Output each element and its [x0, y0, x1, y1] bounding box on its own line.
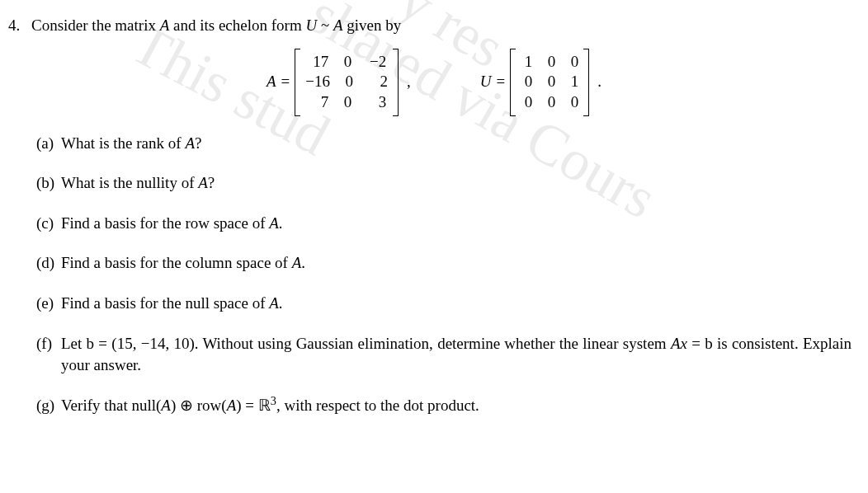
matrix-U: 1 0 0 0 0 1 0 0 0 — [510, 49, 589, 116]
sub-label: (g) — [36, 395, 61, 417]
text: . — [279, 294, 283, 312]
var: A — [269, 294, 279, 312]
var-U: U — [305, 16, 317, 34]
text: Find a basis for the column space of — [61, 254, 292, 271]
bracket-icon — [295, 49, 300, 116]
cell: 0 — [544, 52, 555, 73]
text: Let — [61, 335, 87, 352]
problem-number: 4. — [8, 15, 31, 37]
text: = — [687, 335, 705, 352]
var: A — [227, 397, 237, 414]
sub-label: (a) — [36, 133, 61, 155]
sub-label: (f) — [36, 333, 61, 377]
var-A: A — [160, 16, 170, 34]
text: ~ — [317, 16, 333, 34]
matrix-A: 17 0 −2 −16 0 2 7 0 3 — [295, 49, 399, 116]
matrix-display: A = 17 0 −2 −16 0 2 7 0 3 , U = — [8, 49, 860, 116]
cell: 0 — [521, 92, 532, 113]
text: What is the rank of — [61, 134, 185, 152]
separator: , — [407, 71, 411, 93]
sub-e: (e) Find a basis for the null space of A… — [36, 293, 860, 315]
var-b: b — [705, 335, 713, 352]
text: ) = — [236, 397, 258, 414]
text: Consider the matrix — [31, 16, 160, 34]
text: , with respect to the dot product. — [276, 397, 479, 414]
bracket-icon — [510, 49, 516, 116]
var: A — [161, 397, 171, 414]
bracket-icon — [393, 49, 399, 116]
var: A — [292, 254, 302, 271]
cell: 0 — [521, 72, 532, 92]
bracket-icon — [583, 49, 589, 116]
cell: 0 — [342, 72, 353, 92]
cell: −2 — [363, 52, 386, 73]
text: ) ⊕ row( — [171, 397, 227, 414]
period: . — [597, 71, 601, 93]
sub-b: (b) What is the nullity of A? — [36, 172, 860, 195]
sub-d: (d) Find a basis for the column space of… — [36, 252, 860, 275]
text: Find a basis for the null space of — [61, 294, 269, 312]
text: Verify that null( — [61, 397, 161, 414]
problem-intro: 4. Consider the matrix A and its echelon… — [8, 15, 860, 37]
cell: −16 — [305, 72, 330, 92]
matrix-label-U: U — [480, 71, 492, 93]
cell: 2 — [365, 72, 388, 92]
var: A — [269, 214, 279, 232]
sub-g: (g) Verify that null(A) ⊕ row(A) = ℝ3, w… — [36, 395, 860, 417]
var-A: A — [333, 16, 343, 34]
sub-label: (c) — [36, 213, 61, 235]
text: Find a basis for the row space of — [61, 214, 269, 232]
cell: 1 — [567, 72, 578, 92]
equals: = — [281, 71, 290, 93]
cell: 0 — [567, 92, 578, 113]
var-Ax: Ax — [671, 335, 687, 352]
var: A — [185, 134, 195, 152]
sub-a: (a) What is the rank of A? — [36, 133, 860, 155]
var-b: b — [87, 335, 95, 352]
sub-f: (f) Let b = (15, −14, 10). Without using… — [36, 333, 860, 377]
text: ? — [195, 134, 201, 152]
sub-label: (d) — [36, 252, 61, 275]
real-symbol: ℝ — [258, 397, 271, 414]
cell: 0 — [567, 52, 578, 73]
cell: 0 — [544, 72, 555, 92]
var: A — [198, 174, 208, 191]
matrix-label-A: A — [267, 71, 276, 93]
text: . — [301, 254, 305, 271]
text: = (15, −14, 10). Without using Gaussian … — [94, 335, 671, 352]
cell: 3 — [363, 92, 386, 113]
sub-label: (e) — [36, 293, 61, 315]
cell: 7 — [305, 92, 328, 113]
text: . — [279, 214, 283, 232]
sub-label: (b) — [36, 172, 61, 195]
cell: 17 — [305, 52, 328, 73]
text: and its echelon form — [169, 16, 305, 34]
cell: 0 — [340, 92, 351, 113]
cell: 1 — [521, 52, 532, 73]
text: given by — [343, 16, 402, 34]
problem-statement: Consider the matrix A and its echelon fo… — [31, 15, 860, 37]
equals: = — [497, 71, 506, 93]
sub-c: (c) Find a basis for the row space of A. — [36, 213, 860, 235]
cell: 0 — [544, 92, 555, 113]
text: What is the nullity of — [61, 174, 198, 191]
cell: 0 — [340, 52, 351, 73]
exponent: 3 — [271, 393, 276, 406]
text: ? — [208, 174, 215, 191]
